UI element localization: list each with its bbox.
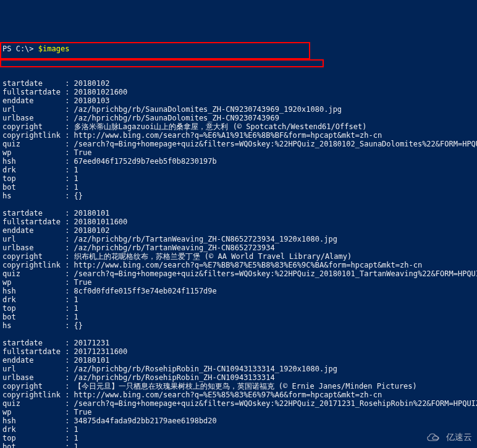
output-area: startdate : 20180102fullstartdate : 2018… (2, 79, 475, 448)
value-text: http://www.bing.com/search?q=%E7%BB%87%E… (74, 261, 423, 269)
output-row-fullstartdate: fullstartdate : 201801011600 (2, 218, 475, 226)
output-row-fullstartdate: fullstartdate : 201712311600 (2, 347, 475, 356)
separator: : (65, 399, 74, 408)
value-text: 34875da4fada9d2bb2179aee6198bd20 (74, 416, 217, 425)
value-text: 1 (74, 183, 78, 192)
separator: : (65, 347, 74, 356)
output-row-drk: drk : 1 (2, 166, 475, 174)
separator: : (65, 416, 74, 425)
output-row-wp: wp : True (2, 148, 475, 157)
output-row-drk: drk : 1 (2, 425, 475, 434)
separator: : (65, 365, 74, 373)
output-row-bot: bot : 1 (2, 183, 475, 192)
key-label: top (2, 304, 65, 313)
key-label: fullstartdate (2, 88, 65, 96)
key-label: enddate (2, 96, 65, 105)
output-row-copyright: copyright : 织布机上的花呢格纹布，苏格兰爱丁堡 (© AA Worl… (2, 252, 475, 261)
output-row-hsh: hsh : 8cf0d0fdfe015ff3e74eb024f1157d9e (2, 287, 475, 295)
key-label: urlbase (2, 114, 65, 122)
value-text: /az/hprichbg/rb/TartanWeaving_ZH-CN86527… (74, 235, 337, 243)
key-label: quiz (2, 140, 65, 148)
key-label: bot (2, 442, 65, 448)
value-text: {} (74, 192, 83, 200)
output-row-copyrightlink: copyrightlink : http://www.bing.com/sear… (2, 131, 475, 140)
value-text: 20180103 (74, 96, 110, 105)
output-row-urlbase: urlbase : /az/hprichbg/rb/SaunaDolomites… (2, 114, 475, 122)
separator: : (65, 105, 74, 114)
separator: : (65, 122, 74, 131)
key-label: wp (2, 278, 65, 287)
value-text: /search?q=Bing+homepage+quiz&filters=WQO… (74, 269, 477, 278)
value-text: 多洛米蒂山脉Lagazuoi山上的桑拿屋，意大利 (© Spotcatch/We… (74, 122, 367, 131)
key-label: url (2, 235, 65, 243)
output-row-url: url : /az/hprichbg/rb/SaunaDolomites_ZH-… (2, 105, 475, 114)
output-row-copyright: copyright : 多洛米蒂山脉Lagazuoi山上的桑拿屋，意大利 (© … (2, 122, 475, 131)
output-row-startdate: startdate : 20180102 (2, 79, 475, 88)
key-label: url (2, 105, 65, 114)
separator: : (65, 313, 74, 321)
separator: : (65, 209, 74, 218)
key-label: enddate (2, 356, 65, 365)
output-row-top: top : 1 (2, 174, 475, 183)
output-row-quiz: quiz : /search?q=Bing+homepage+quiz&filt… (2, 140, 475, 148)
value-text: 1 (74, 313, 78, 321)
value-text: 201801021600 (74, 88, 128, 96)
value-text: 201801011600 (74, 218, 128, 226)
output-row-url: url : /az/hprichbg/rb/RosehipRobin_ZH-CN… (2, 365, 475, 373)
powershell-terminal[interactable]: PS C:\> $images startdate : 20180102full… (0, 35, 477, 448)
key-label: quiz (2, 269, 65, 278)
key-label: fullstartdate (2, 347, 65, 356)
value-text: 20180102 (74, 79, 110, 88)
watermark-text: 亿速云 (446, 433, 472, 441)
value-text: /az/hprichbg/rb/RosehipRobin_ZH-CN109431… (74, 373, 275, 382)
annotation-box-2 (0, 59, 324, 67)
value-text: True (74, 278, 92, 287)
key-label: startdate (2, 209, 65, 218)
separator: : (65, 79, 74, 88)
output-row-fullstartdate: fullstartdate : 201801021600 (2, 88, 475, 96)
key-label: quiz (2, 399, 65, 408)
key-label: urlbase (2, 243, 65, 252)
value-text: 201712311600 (74, 347, 128, 356)
watermark: 亿速云 (425, 431, 472, 443)
separator: : (65, 442, 74, 448)
output-row-hsh: hsh : 67eed046f1752d9b7eeb5f0b8230197b (2, 157, 475, 166)
separator: : (65, 131, 74, 140)
separator: : (65, 269, 74, 278)
separator: : (65, 252, 74, 261)
separator: : (65, 157, 74, 166)
key-label: hs (2, 192, 65, 200)
value-text: /az/hprichbg/rb/SaunaDolomites_ZH-CN9230… (74, 114, 279, 122)
separator: : (65, 183, 74, 192)
output-row-startdate: startdate : 20180101 (2, 209, 475, 218)
output-row-urlbase: urlbase : /az/hprichbg/rb/RosehipRobin_Z… (2, 373, 475, 382)
output-row-bot: bot : 1 (2, 442, 475, 448)
value-text: /search?q=Bing+homepage+quiz&filters=WQO… (74, 140, 477, 148)
output-row-hs: hs : {} (2, 192, 475, 200)
key-label: urlbase (2, 373, 65, 382)
value-text: {} (74, 321, 83, 330)
output-row-urlbase: urlbase : /az/hprichbg/rb/TartanWeaving_… (2, 243, 475, 252)
separator: : (65, 434, 74, 442)
output-row-copyrightlink: copyrightlink : http://www.bing.com/sear… (2, 391, 475, 399)
value-text: 1 (74, 304, 78, 313)
separator: : (65, 243, 74, 252)
key-label: copyrightlink (2, 131, 65, 140)
key-label: copyright (2, 122, 65, 131)
key-label: drk (2, 425, 65, 434)
separator: : (65, 304, 74, 313)
value-text: 1 (74, 425, 78, 434)
key-label: fullstartdate (2, 218, 65, 226)
key-label: hsh (2, 416, 65, 425)
separator: : (65, 218, 74, 226)
output-row-wp: wp : True (2, 278, 475, 287)
value-text: 【今日元旦】一只栖息在玫瑰果树枝上的知更鸟，英国诺福克 (© Ernie Jan… (74, 382, 417, 391)
value-text: 1 (74, 295, 78, 304)
key-label: drk (2, 166, 65, 174)
separator: : (65, 382, 74, 391)
key-label: wp (2, 148, 65, 157)
key-label: copyrightlink (2, 261, 65, 269)
value-text: True (74, 148, 92, 157)
key-label: hsh (2, 287, 65, 295)
separator: : (65, 261, 74, 269)
